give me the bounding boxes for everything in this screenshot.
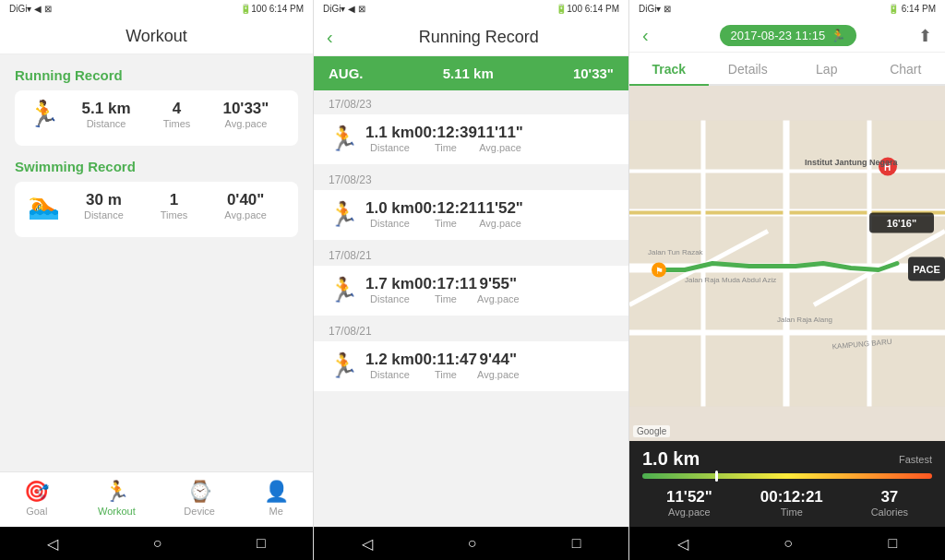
nav-workout-label: Workout — [98, 506, 136, 517]
running-title-bar: ‹ Running Record — [314, 18, 628, 56]
status-right-3: 🔋 6:14 PM — [888, 4, 936, 14]
status-left: DiGi▾ ◀ ⊠ — [9, 4, 52, 14]
svg-text:16'16": 16'16" — [887, 218, 916, 229]
run-distance-3: 1.2 km Distance — [365, 351, 414, 380]
back-button[interactable]: ‹ — [327, 27, 333, 48]
nav-goal[interactable]: 🎯 Goal — [24, 480, 49, 517]
run-ghost-icon-1: 🏃 — [329, 200, 358, 229]
run-distance-2: 1.7 km Distance — [365, 275, 414, 304]
svg-text:⚑: ⚑ — [655, 266, 664, 276]
swimming-pace-stat: 0'40" Avg.pace — [224, 191, 267, 220]
swimming-record-card[interactable]: 🏊 30 m Distance 1 Times 0'40" Avg.pace — [15, 182, 298, 237]
google-logo: Google — [633, 425, 670, 437]
pace-bar-indicator — [715, 471, 718, 482]
swimming-ghost-icon: 🏊 — [28, 193, 60, 219]
run-time-3: 00:11:47 Time — [414, 351, 477, 380]
tab-track[interactable]: Track — [629, 53, 709, 84]
running-times-label: Times — [163, 118, 191, 129]
device-icon: ⌚ — [187, 480, 212, 504]
running-distance-stat: 5.1 km Distance — [82, 100, 131, 129]
run-badge-icon: 🏃 — [831, 29, 845, 42]
date-header-2: 17/08/21 — [314, 242, 628, 266]
tab-details[interactable]: Details — [709, 53, 788, 84]
android-nav-bar-3: ◁ ○ □ — [629, 527, 945, 560]
running-record-title: Running Record — [342, 28, 616, 47]
avg-pace-stat: 11'52" Avg.pace — [666, 488, 712, 518]
status-bar-3: DiGi▾ ⊠ 🔋 6:14 PM — [629, 0, 945, 18]
swimming-section-title: Swimming Record — [15, 159, 298, 174]
running-record-card[interactable]: 🏃 5.1 km Distance 4 Times 10'33" Avg.pac… — [15, 90, 298, 146]
tab-chart[interactable]: Chart — [867, 53, 946, 84]
workout-content: Running Record 🏃 5.1 km Distance 4 Times… — [0, 54, 313, 471]
summary-distance: 5.11 km — [443, 66, 494, 81]
workout-title: Workout — [126, 27, 187, 45]
swimming-pace-value: 0'40" — [224, 191, 267, 209]
back-btn-1[interactable]: ◁ — [47, 535, 58, 553]
tab-chart-label: Chart — [890, 62, 921, 77]
run-pace-2: 9'55" Avg.pace — [477, 275, 520, 304]
avg-pace-label: Avg.pace — [666, 506, 712, 518]
run-distance-1: 1.0 km Distance — [365, 199, 414, 229]
svg-text:PACE: PACE — [913, 264, 940, 275]
running-records-list: 17/08/23 🏃 1.1 km Distance 00:12:39 Time… — [314, 90, 628, 527]
svg-text:Jalan Tun Razak: Jalan Tun Razak — [648, 248, 704, 256]
running-record-panel: DiGi▾ ◀ ⊠ 🔋100 6:14 PM ‹ Running Record … — [314, 0, 629, 560]
status-right-2: 🔋100 6:14 PM — [556, 4, 619, 14]
share-icon[interactable]: ⬆ — [918, 26, 932, 46]
tab-lap[interactable]: Lap — [787, 53, 867, 84]
home-btn-2[interactable]: ○ — [468, 535, 477, 552]
running-distance-value: 5.1 km — [82, 100, 131, 118]
run-pace-1: 11'52" Avg.pace — [477, 199, 523, 229]
swimming-times-stat: 1 Times — [161, 191, 188, 220]
swimming-times-label: Times — [161, 209, 188, 220]
nav-device[interactable]: ⌚ Device — [184, 480, 215, 517]
run-time-0: 00:12:39 Time — [414, 124, 477, 153]
home-btn-1[interactable]: ○ — [153, 535, 162, 552]
swimming-distance-label: Distance — [84, 209, 124, 220]
nav-device-label: Device — [184, 506, 215, 517]
track-title-bar: ‹ 2017-08-23 11:15 🏃 ⬆ — [629, 18, 945, 53]
time-label: Time — [760, 506, 823, 518]
run-entry-0[interactable]: 🏃 1.1 km Distance 00:12:39 Time 11'11" A… — [314, 114, 628, 164]
run-entry-1[interactable]: 🏃 1.0 km Distance 00:12:21 Time 11'52" A… — [314, 190, 628, 240]
run-pace-0: 11'11" Avg.pace — [477, 124, 523, 153]
run-entry-3[interactable]: 🏃 1.2 km Distance 00:11:47 Time 9'44" Av… — [314, 341, 628, 391]
recent-btn-1[interactable]: □ — [257, 535, 266, 552]
fastest-label: Fastest — [899, 454, 932, 465]
run-ghost-icon-0: 🏃 — [329, 125, 358, 153]
me-icon: 👤 — [264, 480, 289, 504]
workout-title-bar: Workout — [0, 18, 313, 54]
track-back-button[interactable]: ‹ — [642, 25, 649, 46]
stats-panel: 1.0 km Fastest 11'52" Avg.pace 00:12:21 … — [629, 441, 945, 527]
android-nav-bar-2: ◁ ○ □ — [314, 527, 628, 560]
status-right: 🔋100 6:14 PM — [240, 4, 304, 14]
run-distance-0: 1.1 km Distance — [365, 124, 414, 153]
svg-text:Institut Jantung Negara: Institut Jantung Negara — [805, 158, 899, 167]
km-display: 1.0 km — [642, 448, 700, 470]
recent-btn-2[interactable]: □ — [572, 535, 581, 552]
swimming-distance-stat: 30 m Distance — [84, 191, 124, 220]
recent-btn-3[interactable]: □ — [889, 535, 898, 552]
running-summary-bar: AUG. 5.11 km 10'33" — [314, 56, 628, 90]
android-nav-bar-1: ◁ ○ □ — [0, 527, 313, 560]
home-btn-3[interactable]: ○ — [784, 535, 793, 552]
back-btn-3[interactable]: ◁ — [677, 535, 688, 553]
status-left-3: DiGi▾ ⊠ — [639, 4, 671, 14]
nav-workout[interactable]: 🏃 Workout — [98, 480, 136, 517]
time-value: 00:12:21 — [760, 488, 823, 506]
svg-text:Jalan Raja Alang: Jalan Raja Alang — [777, 316, 832, 324]
run-time-1: 00:12:21 Time — [414, 199, 477, 229]
avg-pace-value: 11'52" — [666, 488, 712, 506]
run-ghost-icon-3: 🏃 — [329, 351, 358, 380]
run-entry-2[interactable]: 🏃 1.7 km Distance 00:17:11 Time 9'55" Av… — [314, 266, 628, 316]
bottom-nav: 🎯 Goal 🏃 Workout ⌚ Device 👤 Me — [0, 471, 313, 527]
back-btn-2[interactable]: ◁ — [362, 535, 373, 553]
swimming-pace-label: Avg.pace — [224, 209, 267, 220]
svg-text:Jalan Raja Muda Abdul Aziz: Jalan Raja Muda Abdul Aziz — [685, 276, 776, 284]
running-times-stat: 4 Times — [163, 100, 191, 129]
date-badge: 2017-08-23 11:15 🏃 — [720, 25, 857, 46]
nav-me-label: Me — [269, 506, 282, 517]
nav-me[interactable]: 👤 Me — [264, 480, 289, 517]
tab-lap-label: Lap — [816, 62, 837, 77]
tabs-row: Track Details Lap Chart — [629, 53, 945, 86]
